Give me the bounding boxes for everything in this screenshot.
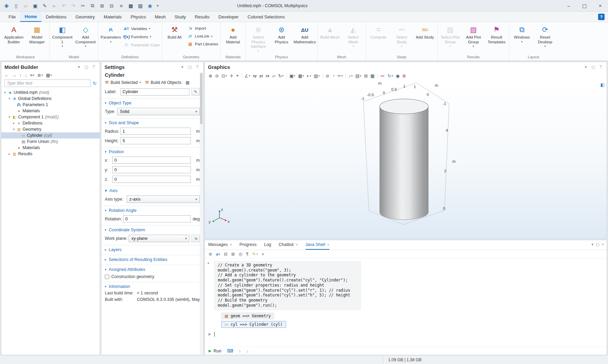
- variables-button[interactable]: a= Variables ▾: [123, 26, 161, 31]
- tree-item-form-union[interactable]: ▤ Form Union (fin): [1, 139, 100, 145]
- tab-results[interactable]: Results: [190, 12, 214, 22]
- environment-button[interactable]: ▨▾: [313, 73, 321, 79]
- color-button[interactable]: ▣▾: [288, 73, 296, 79]
- expand-arrow-icon[interactable]: ▾: [7, 115, 12, 119]
- add-study-button[interactable]: ≕ Add Study: [413, 23, 436, 41]
- tab-definitions[interactable]: Definitions: [41, 12, 71, 22]
- panel-maximize-icon[interactable]: ▢: [596, 242, 599, 247]
- clear-console-icon[interactable]: ⊘: [209, 251, 212, 257]
- cylinder-3d[interactable]: [380, 99, 428, 220]
- clipping-button[interactable]: ✂▾: [336, 73, 344, 79]
- filter-input[interactable]: [4, 79, 90, 87]
- output-geom[interactable]: ▧ geom ==> Geometry: [221, 312, 274, 319]
- tab-home[interactable]: Home: [20, 12, 41, 22]
- refresh-icon[interactable]: ↻: [93, 81, 97, 86]
- label-input[interactable]: [121, 88, 189, 96]
- tab-file[interactable]: File: [4, 12, 20, 22]
- build-all-button[interactable]: ⚒ Build All: [163, 23, 186, 41]
- node-text-menu-icon[interactable]: ≣▾: [38, 73, 43, 78]
- update-button[interactable]: ↻▾: [386, 73, 394, 79]
- move-up-icon[interactable]: ↑: [19, 73, 22, 78]
- cut-icon[interactable]: ✂: [79, 2, 87, 10]
- view-zx-button[interactable]: zx: [265, 73, 270, 78]
- table-button[interactable]: ▦: [369, 73, 376, 79]
- close-tab-icon[interactable]: ×: [327, 243, 329, 247]
- geometry-options-icon[interactable]: ▦: [186, 80, 190, 85]
- parameters-button[interactable]: Pᵢ Parameters ▾: [99, 23, 122, 44]
- close-button[interactable]: ×: [592, 0, 608, 12]
- variables-icon[interactable]: a=: [216, 252, 220, 256]
- tree-item-parameters-1[interactable]: Pᵢ Parameters 1: [1, 102, 100, 108]
- tab-mesh[interactable]: Mesh: [150, 12, 170, 22]
- section-header-object-type[interactable]: ▾ Object Type: [105, 101, 200, 105]
- close-tab-icon[interactable]: ×: [296, 243, 298, 247]
- print-button[interactable]: ≣: [401, 73, 407, 79]
- view-xy-button[interactable]: xy: [252, 73, 258, 78]
- search-icon[interactable]: ◉: [145, 2, 154, 10]
- go-to-work-plane-button[interactable]: ⇲: [192, 235, 200, 242]
- save-icon[interactable]: ▣: [31, 2, 40, 10]
- tab-developer[interactable]: Developer: [214, 12, 243, 22]
- transparency-button[interactable]: ◔: [331, 73, 336, 79]
- tree-item-definitions[interactable]: ▸ ≡ Definitions: [1, 120, 100, 126]
- section-header-layers[interactable]: ▸ Layers: [105, 247, 200, 252]
- sidebar-toggle-icon[interactable]: ◧: [600, 82, 605, 87]
- part-libraries-button[interactable]: ▦ Part Libraries: [186, 41, 219, 47]
- customize-toolbar-chevron-icon[interactable]: ▾: [155, 2, 160, 10]
- view-dropdown-button[interactable]: ∠▾: [243, 73, 251, 79]
- panel-menu-icon[interactable]: ▾: [592, 242, 594, 247]
- expand-all-icon[interactable]: ⊞: [231, 251, 235, 257]
- measure-button[interactable]: ▱: [271, 73, 277, 79]
- section-header-assigned-attributes[interactable]: ▾ Assigned Attributes: [105, 267, 200, 272]
- radius-input[interactable]: [121, 128, 191, 135]
- panel-maximize-icon[interactable]: ▢: [187, 64, 193, 70]
- type-select[interactable]: Solid ▾: [117, 108, 200, 115]
- snapshot-button[interactable]: ◉: [395, 73, 400, 79]
- component-1-button[interactable]: ◧ Component 1 ▾: [51, 23, 74, 48]
- windows-button[interactable]: ⧉ Windows ▾: [510, 23, 533, 44]
- tab-physics[interactable]: Physics: [126, 12, 151, 22]
- nav-back-icon[interactable]: ←: [4, 73, 9, 78]
- rotate-button[interactable]: ↻▾: [277, 73, 285, 79]
- split-view-button[interactable]: ⊞: [363, 73, 369, 79]
- reset-desktop-button[interactable]: ⟳ Reset Desktop ▾: [534, 23, 556, 48]
- tab-study[interactable]: Study: [170, 12, 190, 22]
- open-shell-window-icon[interactable]: ⌨: [227, 348, 233, 353]
- work-plane-select[interactable]: xy-plane ▾: [129, 235, 189, 242]
- delete-icon[interactable]: ⨯: [117, 2, 126, 10]
- model-manager-button[interactable]: ▦ Model Manager: [26, 23, 48, 45]
- scene-light-button[interactable]: ◐▾: [306, 73, 312, 79]
- import-button[interactable]: ⇲ Import: [186, 26, 219, 31]
- build-all-objects-button[interactable]: ⚒ Build All Objects: [145, 80, 182, 85]
- word-wrap-icon[interactable]: ¶: [246, 252, 249, 257]
- move-down-icon[interactable]: ↓: [25, 73, 27, 78]
- zoom-in-button[interactable]: ⊕: [208, 73, 213, 79]
- add-component-button[interactable]: ◇ Add Component ▾: [74, 23, 97, 48]
- save-as-icon[interactable]: ✎: [40, 2, 49, 10]
- next-command-icon[interactable]: ↓: [246, 348, 249, 353]
- z-input[interactable]: [112, 176, 191, 183]
- tab-chatbot[interactable]: Chatbot ×: [279, 240, 298, 250]
- tree-item-materials-global[interactable]: ● Materials: [1, 108, 100, 114]
- open-file-icon[interactable]: ▱: [21, 2, 30, 10]
- view-yz-button[interactable]: yz: [258, 73, 264, 78]
- help-button[interactable]: ?: [598, 14, 605, 20]
- shell-prompt[interactable]: >: [208, 332, 603, 337]
- panel-pin-icon[interactable]: ⊤: [195, 64, 200, 70]
- selection-list-button[interactable]: ≔: [379, 73, 386, 79]
- height-input[interactable]: [121, 137, 191, 144]
- tree-options-icon[interactable]: ▦▾: [46, 73, 52, 78]
- panel-pin-icon[interactable]: ⊤: [598, 64, 604, 70]
- model-builder-window-icon[interactable]: ▩: [126, 2, 135, 10]
- section-header-information[interactable]: ▾ Information: [105, 284, 200, 289]
- paste-icon[interactable]: ⊞: [98, 2, 107, 10]
- panel-menu-icon[interactable]: ▾: [76, 64, 82, 70]
- collapse-arrow-icon[interactable]: ▸: [12, 121, 16, 125]
- axis-type-select[interactable]: z-axis ▾: [127, 195, 200, 203]
- fold-marker-icon[interactable]: ▾: [208, 262, 209, 265]
- highlight-icon[interactable]: ✎▾: [252, 251, 258, 257]
- y-input[interactable]: [112, 166, 191, 173]
- collapse-arrow-icon[interactable]: ▸: [7, 152, 12, 156]
- tree-item-cylinder[interactable]: ▭ Cylinder (cyl): [1, 132, 100, 139]
- tab-geometry[interactable]: Geometry: [71, 12, 99, 22]
